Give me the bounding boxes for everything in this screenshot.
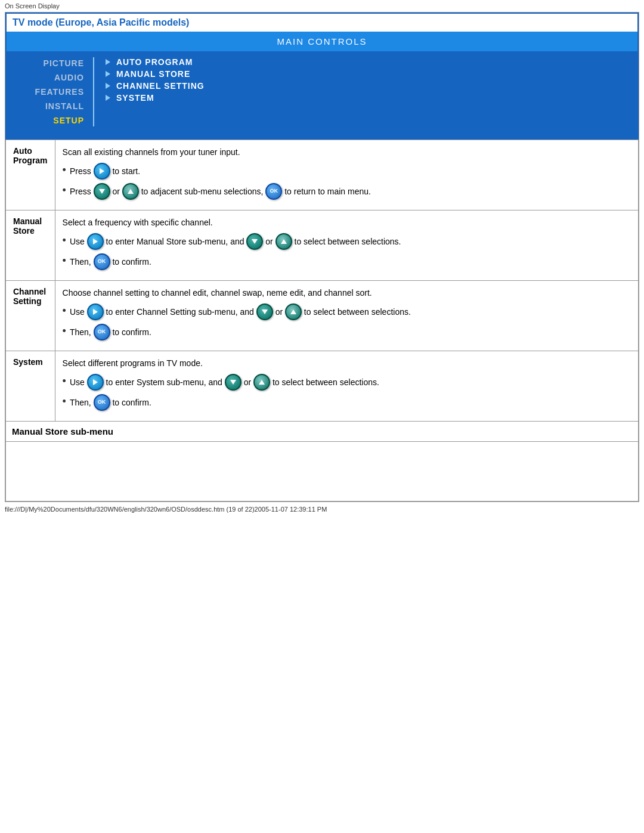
menu-right-item-channel: CHANNEL SETTING [103, 81, 205, 91]
menu-divider [93, 57, 94, 126]
manual-store-subheader: Manual Store sub-menu [5, 422, 639, 442]
bullet-channel-1: • Use to enter Channel Setting sub-menu,… [63, 304, 631, 321]
menu-body: PICTURE AUDIO FEATURES INSTALL SETUP AUT… [7, 51, 637, 138]
menu-item-features: FEATURES [35, 86, 84, 98]
desc-manual-store: Select a frequency with specific channel… [63, 216, 631, 229]
table-row-channel-setting: ChannelSetting Choose channel setting to… [6, 281, 639, 351]
bullet-dot-6: • [63, 326, 66, 336]
menu-item-audio: AUDIO [54, 72, 84, 83]
bullet-dot-8: • [63, 396, 66, 407]
btn-down-icon-2 [246, 233, 263, 250]
btn-down-icon-1 [94, 183, 110, 200]
bullet-manual-1: • Use to enter Manual Store sub-menu, an… [63, 234, 631, 250]
btn-ok-icon-2: OK [94, 253, 110, 270]
footer: file:///D|/My%20Documents/dfu/320WN6/eng… [0, 503, 644, 515]
btn-up-icon-4 [253, 374, 270, 391]
btn-right-icon-2 [87, 233, 104, 250]
content-system: Select different programs in TV mode. • … [55, 351, 638, 422]
desc-system: Select different programs in TV mode. [63, 357, 631, 370]
bullet-dot-5: • [63, 305, 66, 316]
label-auto-program: AutoProgram [6, 140, 55, 210]
btn-up-icon-3 [285, 304, 302, 320]
arrow-right-icon-4 [103, 93, 113, 103]
menu-item-install: INSTALL [45, 100, 84, 112]
content-channel-setting: Choose channel setting to channel edit, … [55, 281, 638, 351]
btn-right-icon-4 [87, 374, 104, 391]
table-row-manual-store: ManualStore Select a frequency with spec… [6, 210, 639, 281]
btn-up-icon-2 [275, 233, 292, 250]
menu-item-picture: PICTURE [44, 57, 84, 69]
content-auto-program: Scan all existing channels from your tun… [55, 140, 638, 210]
btn-down-icon-3 [256, 304, 273, 320]
btn-ok-icon-3: OK [94, 324, 110, 340]
table-row-system: System Select different programs in TV m… [6, 351, 639, 422]
content-table: AutoProgram Scan all existing channels f… [5, 140, 639, 422]
desc-channel-setting: Choose channel setting to channel edit, … [63, 287, 631, 299]
desc-auto-program: Scan all existing channels from your tun… [63, 146, 631, 159]
label-manual-store: ManualStore [6, 210, 55, 281]
btn-ok-icon-1: OK [265, 183, 282, 200]
content-manual-store: Select a frequency with specific channel… [55, 210, 638, 281]
bullet-dot-1: • [63, 165, 66, 175]
tv-menu-section: TV mode (Europe, Asia Pacific models) MA… [5, 13, 639, 140]
bullet-system-2: • Then, OK to confirm. [63, 395, 631, 411]
menu-item-setup: SETUP [53, 114, 84, 126]
table-row-auto-program: AutoProgram Scan all existing channels f… [6, 140, 639, 210]
main-controls-bar: MAIN CONTROLS [7, 32, 637, 51]
menu-left: PICTURE AUDIO FEATURES INSTALL SETUP [7, 57, 90, 126]
bullet-manual-2: • Then, OK to confirm. [63, 254, 631, 271]
outer-frame: TV mode (Europe, Asia Pacific models) MA… [5, 12, 639, 502]
btn-up-icon-1 [122, 183, 139, 200]
bullet-channel-2: • Then, OK to confirm. [63, 324, 631, 341]
bullet-auto-2: • Press or to adjacent sub-menu selectio… [63, 184, 631, 200]
bullet-auto-1: • Press to start. [63, 163, 631, 180]
menu-right: AUTO PROGRAM MANUAL STORE CHANNEL SETTIN… [97, 57, 205, 126]
label-channel-setting: ChannelSetting [6, 281, 55, 351]
topbar-label: On Screen Display [5, 2, 60, 10]
btn-down-icon-4 [225, 374, 242, 391]
bullet-system-1: • Use to enter System sub-menu, and or t… [63, 374, 631, 391]
label-system: System [6, 351, 55, 422]
menu-right-item-system: SYSTEM [103, 93, 205, 103]
menu-right-item-auto: AUTO PROGRAM [103, 57, 205, 67]
arrow-right-icon-2 [103, 69, 113, 79]
arrow-right-icon-1 [103, 57, 113, 67]
btn-right-icon-3 [87, 304, 104, 320]
bullet-dot-2: • [63, 185, 66, 196]
bullet-dot-3: • [63, 235, 66, 246]
tv-menu-title: TV mode (Europe, Asia Pacific models) [7, 14, 637, 32]
top-bar: On Screen Display [0, 0, 644, 12]
btn-right-icon-1 [94, 163, 110, 179]
bullet-dot-4: • [63, 255, 66, 266]
btn-ok-icon-4: OK [94, 394, 110, 411]
empty-section [5, 442, 639, 501]
menu-right-item-manual: MANUAL STORE [103, 69, 205, 79]
bullet-dot-7: • [63, 376, 66, 386]
arrow-right-icon-3 [103, 81, 113, 91]
